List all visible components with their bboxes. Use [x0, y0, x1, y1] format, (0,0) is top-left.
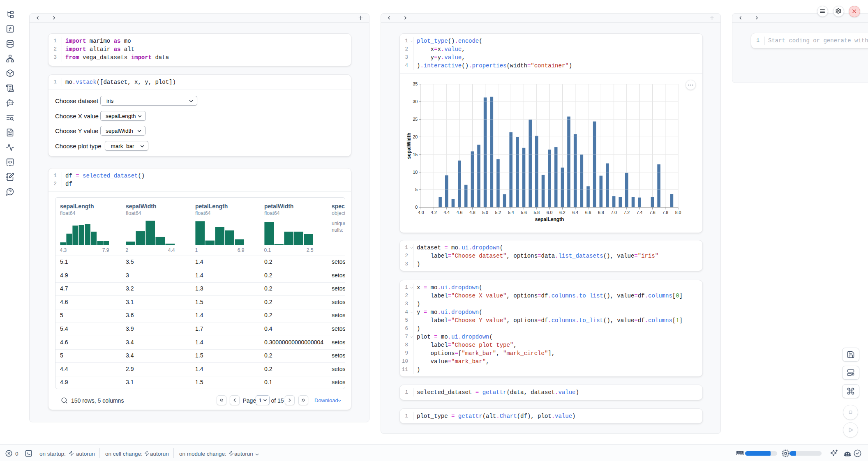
svg-text:4.2: 4.2: [431, 210, 437, 215]
svg-text:4.6: 4.6: [457, 210, 463, 215]
svg-text:7.2: 7.2: [623, 210, 630, 215]
svg-text:0: 0: [415, 205, 418, 210]
svg-text:20: 20: [413, 134, 418, 139]
svg-text:10: 10: [413, 170, 418, 175]
svg-text:25: 25: [413, 117, 418, 122]
svg-text:6.2: 6.2: [559, 210, 566, 215]
svg-text:30: 30: [413, 99, 418, 104]
svg-text:4.0: 4.0: [418, 210, 424, 215]
svg-text:4.4: 4.4: [443, 210, 450, 215]
svg-text:7.0: 7.0: [611, 210, 617, 215]
svg-text:5.0: 5.0: [482, 210, 488, 215]
svg-text:4.8: 4.8: [469, 210, 476, 215]
svg-text:5.2: 5.2: [495, 210, 501, 215]
svg-text:6.8: 6.8: [598, 210, 604, 215]
svg-text:6.0: 6.0: [547, 210, 553, 215]
svg-text:sepalLength: sepalLength: [535, 217, 564, 222]
svg-text:6.6: 6.6: [585, 210, 591, 215]
svg-text:5: 5: [415, 187, 418, 192]
svg-text:5.4: 5.4: [508, 210, 514, 215]
svg-text:7.4: 7.4: [637, 210, 643, 215]
svg-text:6.4: 6.4: [572, 210, 578, 215]
svg-text:5.6: 5.6: [521, 210, 527, 215]
svg-text:7.8: 7.8: [662, 210, 668, 215]
svg-text:sepalWidth: sepalWidth: [406, 133, 412, 159]
svg-text:7.6: 7.6: [649, 210, 656, 215]
svg-text:5.8: 5.8: [533, 210, 540, 215]
svg-text:8.0: 8.0: [675, 210, 681, 215]
svg-text:35: 35: [413, 81, 418, 86]
svg-text:15: 15: [413, 152, 418, 157]
